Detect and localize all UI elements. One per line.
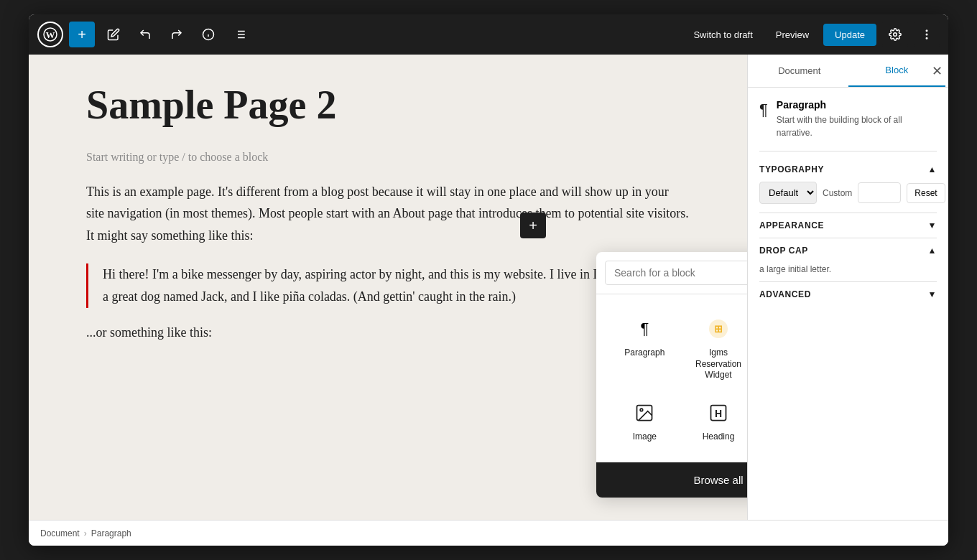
drop-cap-chevron-icon: ▲	[928, 246, 937, 256]
typography-label: Typography	[759, 164, 824, 174]
font-size-input[interactable]	[858, 182, 901, 203]
preview-button[interactable]: Preview	[767, 25, 818, 45]
svg-text:W: W	[46, 29, 55, 40]
breadcrumb-current[interactable]: Paragraph	[91, 528, 131, 538]
undo-button[interactable]	[132, 22, 158, 47]
image-block-icon	[630, 398, 659, 427]
advanced-label: Advanced	[759, 289, 811, 299]
appearance-section: Appearance ▼	[759, 213, 937, 238]
body-paragraph: This is an example page. It's different …	[86, 181, 690, 247]
svg-point-11	[894, 33, 897, 37]
paragraph-block-label: Paragraph	[624, 347, 665, 359]
paragraph-block-icon: ¶	[630, 314, 659, 343]
edit-button[interactable]	[101, 22, 126, 47]
block-info-description: Start with the building block of all nar…	[777, 113, 937, 139]
svg-point-14	[926, 38, 927, 39]
advanced-section-header[interactable]: Advanced ▼	[759, 282, 937, 307]
page-title: Sample Page 2	[86, 83, 690, 128]
block-info-icon: ¶	[759, 101, 768, 119]
block-item-igms[interactable]: ⊞ Igms Reservation Widget	[682, 306, 747, 390]
tab-block[interactable]: Block	[848, 55, 946, 87]
block-info: ¶ Paragraph Start with the building bloc…	[759, 99, 937, 139]
placeholder-text: Start writing or type / to choose a bloc…	[86, 151, 690, 164]
igms-block-icon: ⊞	[704, 314, 733, 343]
block-item-image[interactable]: Image	[608, 390, 682, 452]
update-button[interactable]: Update	[823, 24, 876, 46]
svg-point-12	[926, 30, 927, 32]
reset-button[interactable]: Reset	[907, 183, 945, 203]
sidebar-content: ¶ Paragraph Start with the building bloc…	[748, 88, 948, 520]
advanced-section: Advanced ▼	[759, 281, 937, 307]
drop-cap-section-header[interactable]: Drop Cap ▲	[759, 238, 937, 263]
editor-area[interactable]: Sample Page 2 Start writing or type / to…	[29, 55, 747, 520]
list-view-button[interactable]	[227, 22, 253, 47]
settings-button[interactable]	[882, 22, 908, 47]
appearance-label: Appearance	[759, 220, 824, 230]
redo-button[interactable]	[164, 22, 190, 47]
svg-text:H: H	[715, 408, 722, 419]
block-inserter-popup: ¶ Paragraph ⊞ Igms Reservation Widget	[596, 252, 747, 498]
toolbar: W + Switch to draft Preview Update	[29, 14, 948, 55]
browse-all-button[interactable]: Browse all	[596, 462, 747, 498]
breadcrumb-separator: ›	[84, 528, 87, 538]
appearance-chevron-icon: ▼	[928, 220, 937, 230]
svg-point-24	[640, 409, 643, 411]
sidebar: Document Block ✕ ¶ Paragraph Start with …	[747, 55, 948, 520]
sidebar-tabs: Document Block ✕	[748, 55, 948, 88]
inline-add-block-button[interactable]: +	[520, 213, 546, 238]
font-size-row: Default Small Normal Large Huge Custom R…	[759, 182, 937, 204]
switch-to-draft-button[interactable]: Switch to draft	[685, 25, 761, 45]
sidebar-close-button[interactable]: ✕	[932, 63, 943, 79]
igms-block-label: Igms Reservation Widget	[687, 347, 747, 381]
block-info-text: Paragraph Start with the building block …	[777, 99, 937, 139]
block-item-heading[interactable]: H Heading	[682, 390, 747, 452]
typography-chevron-icon: ▲	[928, 164, 937, 174]
info-button[interactable]	[195, 22, 221, 47]
font-size-select[interactable]: Default Small Normal Large Huge	[759, 182, 817, 204]
block-grid: ¶ Paragraph ⊞ Igms Reservation Widget	[596, 294, 747, 462]
block-item-paragraph[interactable]: ¶ Paragraph	[608, 306, 682, 390]
image-block-label: Image	[633, 431, 657, 443]
advanced-chevron-icon: ▼	[928, 289, 937, 299]
drop-cap-label: Drop Cap	[759, 246, 808, 256]
svg-point-13	[926, 34, 927, 35]
heading-block-label: Heading	[703, 431, 735, 443]
block-inserter-search-area	[596, 252, 747, 294]
add-block-button[interactable]: +	[69, 22, 95, 47]
heading-block-icon: H	[704, 398, 733, 427]
custom-label: Custom	[823, 188, 852, 198]
more-options-button[interactable]	[914, 22, 940, 47]
main-area: Sample Page 2 Start writing or type / to…	[29, 55, 948, 520]
drop-cap-description: a large initial letter.	[759, 263, 937, 276]
block-search-input[interactable]	[605, 261, 747, 285]
typography-section-header[interactable]: Typography ▲	[759, 157, 937, 182]
appearance-section-header[interactable]: Appearance ▼	[759, 213, 937, 238]
drop-cap-section: Drop Cap ▲ a large initial letter.	[759, 238, 937, 276]
divider-1	[759, 151, 937, 151]
breadcrumb-bar: Document › Paragraph	[29, 520, 948, 546]
breadcrumb-document[interactable]: Document	[40, 528, 80, 538]
block-info-name: Paragraph	[777, 99, 937, 111]
wp-logo: W	[37, 22, 63, 47]
svg-text:⊞: ⊞	[714, 323, 723, 335]
tab-document[interactable]: Document	[751, 55, 848, 87]
